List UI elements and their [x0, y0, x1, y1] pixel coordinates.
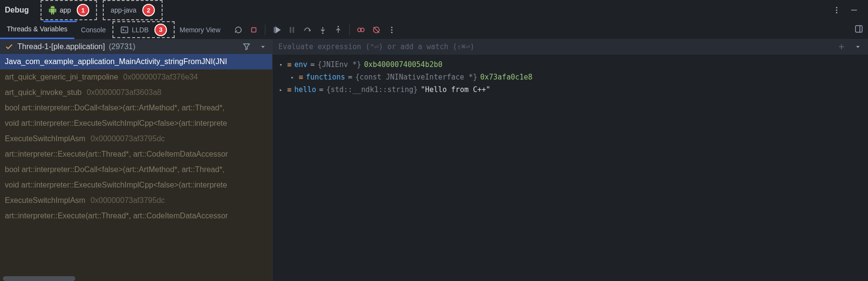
stack-frame[interactable]: void art::interpreter::ExecuteSwitchImpl…: [0, 177, 272, 193]
svg-marker-7: [276, 27, 280, 33]
watch-placeholder: Evaluate expression (⌃⏎) or add a watch …: [278, 42, 474, 51]
stop-icon[interactable]: [249, 26, 258, 34]
stack-frame[interactable]: ExecuteSwitchImplAsm 0x00000073af3795dc: [0, 193, 272, 208]
step-over-icon[interactable]: [303, 26, 312, 34]
panel-title: Debug: [5, 6, 29, 14]
tab-label: Threads & Variables: [7, 25, 68, 33]
equals: =: [319, 85, 323, 94]
frame-function: bool art::interpreter::DoCall<false>(art…: [5, 165, 224, 174]
filter-icon[interactable]: [242, 42, 251, 51]
frame-function: ExecuteSwitchImplAsm: [5, 196, 85, 204]
svg-rect-9: [292, 27, 294, 33]
android-icon: [48, 6, 57, 14]
tab-lldb[interactable]: LLDB 3: [112, 21, 175, 38]
terminal-icon: [120, 26, 129, 34]
thread-name: Thread-1-[ple.application]: [17, 42, 105, 51]
stack-frame[interactable]: art_quick_invoke_stub 0x00000073af3603a8: [0, 85, 272, 100]
rerun-icon[interactable]: [234, 26, 243, 34]
more-vert-icon[interactable]: [387, 26, 396, 34]
callout-badge: 3: [154, 24, 167, 36]
pause-icon: [288, 26, 296, 34]
frame-function: bool art::interpreter::DoCall<false>(art…: [5, 104, 224, 112]
variable-type: {JNIEnv *}: [317, 60, 361, 69]
svg-point-18: [391, 27, 392, 28]
config-tab-label: app-java: [110, 6, 137, 14]
separator: [349, 25, 350, 35]
variable-value: 0x73afa0c1e8: [480, 73, 532, 81]
chevron-down-icon[interactable]: [259, 42, 267, 51]
svg-point-13: [338, 26, 339, 27]
config-tab-app-java[interactable]: app-java 2: [103, 0, 163, 20]
step-out-icon[interactable]: [334, 26, 343, 34]
layout-icon[interactable]: [854, 25, 863, 33]
variable-row[interactable]: ▾ ≡ env = {JNIEnv *} 0xb40000740054b2b0: [277, 58, 863, 71]
svg-point-11: [322, 33, 323, 34]
stack-frame[interactable]: art::interpreter::Execute(art::Thread*, …: [0, 147, 272, 162]
more-vert-icon[interactable]: [832, 6, 841, 14]
tab-threads-variables[interactable]: Threads & Variables: [0, 20, 74, 39]
frame-function: void art::interpreter::ExecuteSwitchImpl…: [5, 181, 227, 189]
svg-point-0: [836, 7, 838, 8]
frame-function: ExecuteSwitchImplAsm: [5, 134, 85, 143]
stack-frame[interactable]: bool art::interpreter::DoCall<false>(art…: [0, 100, 272, 116]
frame-address: 0x00000073af3603a8: [87, 88, 162, 96]
variables-tree[interactable]: ▾ ≡ env = {JNIEnv *} 0xb40000740054b2b0 …: [273, 54, 868, 281]
svg-rect-4: [121, 27, 128, 33]
step-into-icon[interactable]: [318, 26, 327, 34]
tab-label: Console: [81, 26, 106, 34]
frame-function: art_quick_invoke_stub: [5, 88, 82, 96]
svg-rect-5: [251, 27, 256, 32]
stack-frame[interactable]: Java_com_example_application_MainActivit…: [0, 54, 272, 69]
stack-frame[interactable]: bool art::interpreter::DoCall<false>(art…: [0, 162, 272, 177]
svg-point-19: [391, 29, 392, 30]
scrollbar-horizontal[interactable]: [3, 276, 75, 281]
stack-frame[interactable]: art_quick_generic_jni_trampoline 0x00000…: [0, 69, 272, 85]
minimize-icon[interactable]: [850, 6, 858, 14]
frame-function: art_quick_generic_jni_trampoline: [5, 73, 118, 81]
field-icon: ≡: [287, 85, 291, 94]
variable-type: {const JNINativeInterface *}: [355, 73, 477, 81]
callout-badge: 1: [77, 4, 89, 16]
check-icon: [5, 42, 14, 51]
tab-console[interactable]: Console: [74, 20, 112, 39]
expand-icon[interactable]: ▾: [277, 62, 284, 68]
field-icon: ≡: [287, 60, 291, 69]
frame-address: 0x00000073af3795dc: [91, 134, 165, 143]
svg-point-1: [836, 10, 838, 11]
chevron-down-icon[interactable]: [854, 42, 862, 51]
resume-icon[interactable]: [272, 26, 281, 34]
stack-frame[interactable]: ExecuteSwitchImplAsm 0x00000073af3795dc: [0, 131, 272, 147]
thread-pid: (29731): [109, 42, 135, 51]
tab-label: LLDB: [132, 26, 149, 34]
expand-icon[interactable]: ▸: [277, 87, 284, 93]
separator: [265, 25, 265, 35]
callout-badge: 2: [142, 4, 155, 16]
equals: =: [310, 60, 315, 69]
add-watch-icon[interactable]: [837, 42, 846, 51]
frame-function: void art::interpreter::ExecuteSwitchImpl…: [5, 119, 227, 127]
variable-name: env: [294, 60, 307, 69]
stack-frames[interactable]: Java_com_example_application_MainActivit…: [0, 54, 272, 281]
frame-address: 0x00000073af3795dc: [91, 196, 165, 204]
svg-rect-21: [855, 26, 862, 32]
variable-name: hello: [294, 85, 316, 94]
variable-value: "Hello from C++": [421, 85, 491, 94]
config-tab-label: app: [60, 6, 71, 14]
mute-breakpoints-icon[interactable]: [372, 26, 381, 34]
view-breakpoints-icon[interactable]: [357, 26, 365, 34]
variable-value: 0xb40000740054b2b0: [364, 60, 442, 69]
config-tab-app[interactable]: app 1: [41, 0, 97, 20]
expand-icon[interactable]: ▸: [289, 74, 296, 80]
frame-function: art::interpreter::Execute(art::Thread*, …: [5, 150, 228, 158]
frame-address: 0x00000073af376e34: [123, 73, 198, 81]
variable-row[interactable]: ▸ ≡ functions = {const JNINativeInterfac…: [277, 71, 863, 83]
stack-frame[interactable]: art::interpreter::Execute(art::Thread*, …: [0, 208, 272, 224]
variable-row[interactable]: ▸ ≡ hello = {std::__ndk1::string} "Hello…: [277, 83, 863, 96]
svg-point-20: [391, 31, 392, 33]
frame-function: Java_com_example_application_MainActivit…: [5, 57, 227, 66]
thread-header[interactable]: Thread-1-[ple.application] (29731): [0, 40, 272, 54]
evaluate-expression-input[interactable]: Evaluate expression (⌃⏎) or add a watch …: [273, 40, 868, 54]
tab-memory-view[interactable]: Memory View: [173, 20, 227, 39]
stack-frame[interactable]: void art::interpreter::ExecuteSwitchImpl…: [0, 116, 272, 131]
field-icon: ≡: [299, 73, 303, 81]
